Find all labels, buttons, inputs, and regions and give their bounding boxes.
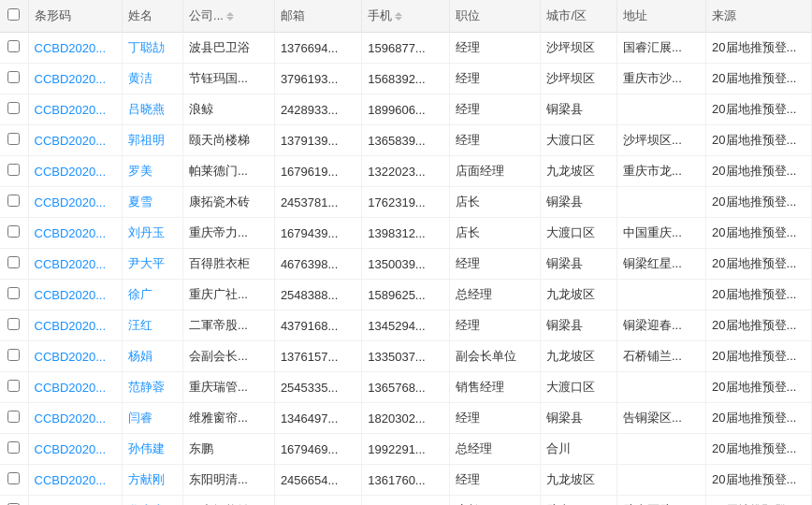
row-name[interactable]: 夏雪	[122, 187, 182, 218]
row-company: 百得胜衣柜	[183, 249, 275, 280]
row-checkbox-cell[interactable]	[0, 249, 28, 280]
row-phone: 1762319...	[362, 187, 449, 218]
header-position-label: 职位	[456, 8, 480, 22]
row-checkbox-cell[interactable]	[0, 372, 28, 403]
row-address	[616, 434, 705, 465]
row-name[interactable]: 刘丹玉	[122, 218, 182, 249]
row-email: 1346497...	[274, 403, 361, 434]
row-checkbox[interactable]	[7, 318, 20, 330]
row-checkbox[interactable]	[7, 164, 20, 176]
row-checkbox[interactable]	[7, 133, 20, 145]
row-barcode[interactable]: CCBD2020...	[28, 465, 122, 496]
row-barcode[interactable]: CCBD2020...	[28, 33, 122, 64]
row-address	[616, 94, 705, 125]
row-address: 铜梁红星...	[616, 249, 705, 280]
row-barcode[interactable]: CCBD2020...	[28, 341, 122, 372]
table-row: CCBD2020...刘丹玉重庆帝力...1679439...1398312..…	[0, 218, 812, 249]
row-barcode[interactable]: CCBD2020...	[28, 372, 122, 403]
table-row: CCBD2020...汪红二軍帝股...4379168...1345294...…	[0, 310, 812, 341]
row-checkbox[interactable]	[7, 40, 20, 52]
row-position: 经理	[449, 64, 541, 94]
row-source: 20届地推预登...	[706, 434, 812, 465]
row-barcode[interactable]: CCBD2020...	[28, 187, 122, 218]
row-barcode[interactable]: CCBD2020...	[28, 403, 122, 434]
row-checkbox-cell[interactable]	[0, 341, 28, 372]
row-position: 店长	[449, 187, 541, 218]
row-checkbox-cell[interactable]	[0, 125, 28, 156]
row-checkbox-cell[interactable]	[0, 218, 28, 249]
row-checkbox[interactable]	[7, 411, 20, 423]
row-barcode[interactable]: CCBD2020...	[28, 94, 122, 125]
row-barcode[interactable]: CCBD2020...	[28, 125, 122, 156]
row-source: 20届地推预登...	[706, 496, 812, 506]
row-barcode[interactable]: CCBD2020...	[28, 280, 122, 310]
row-email: 1679439...	[274, 218, 361, 249]
select-all-checkbox[interactable]	[7, 8, 20, 21]
row-name[interactable]: 方献刚	[122, 465, 182, 496]
row-name[interactable]: 闫睿	[122, 403, 182, 434]
row-checkbox[interactable]	[7, 256, 20, 268]
row-name[interactable]: 郭祖明	[122, 125, 182, 156]
row-barcode[interactable]: CCBD2020...	[28, 156, 122, 187]
row-checkbox[interactable]	[7, 102, 20, 114]
row-phone: 1592322...	[362, 496, 449, 506]
row-company: 重庆帝力...	[183, 218, 275, 249]
row-company: 会副会长...	[183, 341, 275, 372]
row-name[interactable]: 谷山东	[122, 496, 182, 506]
row-checkbox-cell[interactable]	[0, 434, 28, 465]
header-source-label: 来源	[712, 8, 736, 22]
row-checkbox-cell[interactable]	[0, 156, 28, 187]
row-checkbox[interactable]	[7, 349, 20, 361]
row-barcode[interactable]: CCBD2020...	[28, 434, 122, 465]
row-barcode[interactable]: CCBD2020...	[28, 218, 122, 249]
header-phone[interactable]: 手机	[362, 0, 449, 33]
row-position: 经理	[449, 33, 541, 64]
row-name[interactable]: 黄洁	[122, 64, 182, 94]
row-company: 浪鲸	[183, 94, 275, 125]
row-name[interactable]: 孙伟建	[122, 434, 182, 465]
row-checkbox[interactable]	[7, 441, 20, 454]
header-company[interactable]: 公司...	[183, 0, 275, 33]
row-checkbox[interactable]	[7, 380, 20, 392]
row-position: 副会长单位	[449, 341, 541, 372]
row-checkbox-cell[interactable]	[0, 403, 28, 434]
row-name[interactable]: 范静蓉	[122, 372, 182, 403]
row-address: 中国重庆...	[616, 218, 705, 249]
row-checkbox[interactable]	[7, 71, 20, 83]
row-checkbox-cell[interactable]	[0, 496, 28, 506]
row-name[interactable]: 吕晓燕	[122, 94, 182, 125]
row-name[interactable]: 徐广	[122, 280, 182, 310]
row-name[interactable]: 杨娟	[122, 341, 182, 372]
row-checkbox-cell[interactable]	[0, 94, 28, 125]
row-barcode[interactable]: CCBD2020...	[28, 496, 122, 506]
row-name[interactable]: 尹大平	[122, 249, 182, 280]
row-position: 经理	[449, 249, 541, 280]
row-checkbox-cell[interactable]	[0, 280, 28, 310]
row-checkbox[interactable]	[7, 287, 20, 299]
row-checkbox-cell[interactable]	[0, 187, 28, 218]
row-name[interactable]: 丁聪劼	[122, 33, 182, 64]
row-barcode[interactable]: CCBD2020...	[28, 64, 122, 94]
row-company: 颐天尚楼梯	[183, 125, 275, 156]
row-checkbox-cell[interactable]	[0, 33, 28, 64]
row-city: 铜梁县	[541, 94, 617, 125]
row-address: 璧山区璧...	[616, 496, 705, 506]
row-barcode[interactable]: CCBD2020...	[28, 249, 122, 280]
row-name[interactable]: 汪红	[122, 310, 182, 341]
row-checkbox[interactable]	[7, 472, 20, 484]
row-city: 沙坪坝区	[541, 64, 617, 94]
row-barcode[interactable]: CCBD2020...	[28, 310, 122, 341]
header-checkbox[interactable]	[0, 0, 28, 33]
row-checkbox-cell[interactable]	[0, 310, 28, 341]
row-email: 1379139...	[274, 125, 361, 156]
row-checkbox[interactable]	[7, 225, 20, 238]
row-checkbox[interactable]	[7, 195, 20, 207]
row-address	[616, 280, 705, 310]
data-table: 条形码 姓名 公司... 邮箱	[0, 0, 812, 505]
header-city-label: 城市/区	[546, 8, 587, 22]
row-city: 大渡口区	[541, 125, 617, 156]
row-name[interactable]: 罗美	[122, 156, 182, 187]
row-checkbox-cell[interactable]	[0, 64, 28, 94]
row-checkbox-cell[interactable]	[0, 465, 28, 496]
row-phone: 1589625...	[362, 280, 449, 310]
